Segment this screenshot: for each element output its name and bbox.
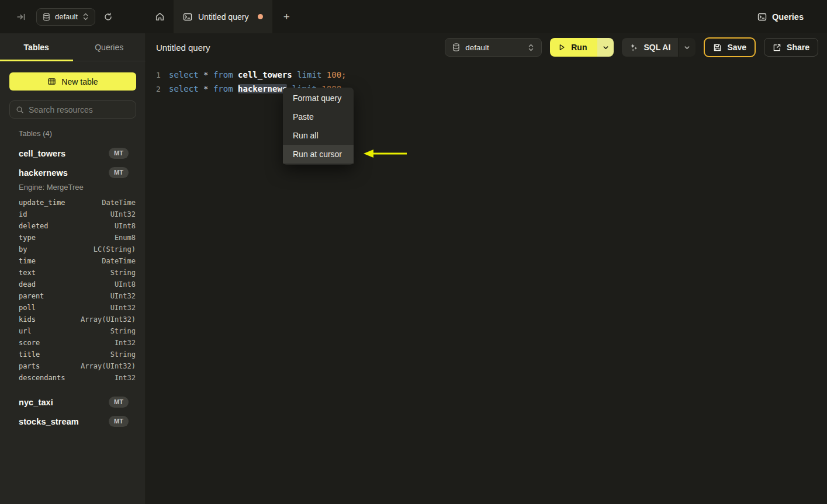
column-row: text String: [0, 267, 146, 279]
engine-badge: MT: [109, 167, 129, 178]
column-row: kids Array(UInt32): [0, 314, 146, 325]
sparkles-icon: [629, 43, 638, 52]
sidebar-tab-queries-label: Queries: [95, 43, 123, 52]
column-type: UInt32: [110, 210, 136, 218]
sidebar-collapse-button[interactable]: [14, 10, 28, 24]
toolbar-database-select[interactable]: default: [445, 38, 542, 57]
chevron-down-icon: [603, 44, 609, 51]
table-name: stocks_stream: [19, 417, 79, 426]
column-row: update_time DateTime: [0, 197, 146, 208]
query-title: Untitled query: [156, 43, 210, 53]
queries-button[interactable]: Queries: [757, 0, 804, 33]
sidebar-collapse-icon: [16, 12, 26, 22]
column-row: poll UInt32: [0, 302, 146, 314]
query-toolbar: Untitled query default Run: [146, 33, 827, 61]
column-row: id UInt32: [0, 208, 146, 220]
sql-ai-button[interactable]: SQL AI: [622, 38, 678, 57]
table-name: nyc_taxi: [19, 398, 53, 407]
code-token: 100;: [327, 70, 347, 79]
context-menu-item[interactable]: Format query: [283, 89, 354, 107]
home-icon: [155, 12, 165, 22]
table-name: hackernews: [19, 168, 68, 178]
column-row: deleted UInt8: [0, 220, 146, 232]
column-row: url String: [0, 325, 146, 337]
chevron-updown-icon: [82, 13, 89, 20]
table-row-cell-towers[interactable]: cell_towers MT: [0, 144, 146, 163]
code-token: [233, 84, 238, 93]
save-icon: [713, 43, 722, 52]
sql-ai-options-button[interactable]: [678, 38, 695, 57]
tab-label: Untitled query: [198, 12, 248, 22]
run-options-button[interactable]: [597, 38, 614, 57]
code-token: limit: [297, 70, 321, 79]
code-token: hackernews: [238, 84, 287, 93]
column-type: String: [110, 269, 136, 277]
editor-context-menu: Format query Paste Run all Run at cursor: [283, 88, 354, 165]
context-menu-item[interactable]: Run all: [283, 126, 354, 145]
code-line-1[interactable]: 1 select * from cell_towers limit 100;: [146, 68, 827, 82]
sidebar-tabs: Tables Queries: [0, 33, 146, 61]
plus-icon: +: [283, 11, 290, 23]
code-token: cell_towers: [238, 70, 292, 79]
search-icon: [16, 106, 24, 114]
run-button[interactable]: Run: [550, 38, 597, 57]
code-token: *: [199, 84, 213, 93]
column-row: parent UInt32: [0, 290, 146, 302]
column-type: LC(String): [94, 245, 136, 253]
toolbar-actions: default Run: [445, 37, 818, 57]
column-name: id: [19, 210, 27, 218]
share-button[interactable]: Share: [764, 38, 818, 57]
refresh-button[interactable]: [101, 10, 115, 24]
code-token: [321, 70, 326, 79]
tables-section-label: Tables (4): [19, 129, 146, 138]
column-name: score: [19, 339, 40, 347]
tab-untitled-query[interactable]: Untitled query: [174, 0, 272, 33]
column-row: type Enum8: [0, 232, 146, 244]
sql-ai-button-label: SQL AI: [643, 43, 670, 52]
toolbar-database-value: default: [465, 43, 489, 52]
code-text: select * from cell_towers limit 100;: [169, 70, 347, 79]
column-type: DateTime: [102, 257, 136, 265]
top-bar: default Untitled query +: [0, 0, 827, 33]
context-menu-item[interactable]: Paste: [283, 107, 354, 126]
column-type: UInt32: [110, 292, 136, 300]
sidebar-tab-queries[interactable]: Queries: [73, 33, 146, 61]
code-token: from: [213, 70, 233, 79]
line-number: 2: [156, 85, 164, 93]
sidebar-tab-tables[interactable]: Tables: [0, 33, 73, 61]
code-token: from: [213, 84, 233, 93]
table-row-stocks-stream[interactable]: stocks_stream MT: [0, 412, 146, 431]
sidebar: Tables Queries New table Tables (4) cell…: [0, 33, 146, 504]
sidebar-tab-tables-label: Tables: [24, 43, 49, 52]
topbar-database-select[interactable]: default: [36, 8, 95, 26]
column-type: UInt32: [110, 304, 136, 312]
search-input[interactable]: [29, 105, 130, 114]
code-line-2[interactable]: 2 select * from hackernews limit 1000: [146, 82, 827, 96]
home-button[interactable]: [146, 0, 174, 33]
save-button-label: Save: [727, 43, 746, 52]
column-name: type: [19, 234, 36, 242]
context-menu-item[interactable]: Run at cursor: [283, 145, 354, 164]
column-row: parts Array(UInt32): [0, 360, 146, 372]
sql-editor[interactable]: 1 select * from cell_towers limit 100; 2…: [146, 61, 827, 504]
table-row-nyc-taxi[interactable]: nyc_taxi MT: [0, 392, 146, 412]
topbar-database-value: default: [55, 12, 78, 21]
column-type: Array(UInt32): [81, 315, 136, 324]
column-name: parent: [19, 292, 44, 300]
column-type: Enum8: [115, 234, 136, 242]
new-tab-button[interactable]: +: [272, 0, 300, 33]
database-icon: [452, 43, 460, 51]
table-name: cell_towers: [19, 149, 65, 158]
column-name: update_time: [19, 199, 65, 207]
play-icon: [558, 43, 566, 51]
code-token: select: [169, 70, 199, 79]
column-type: Int32: [115, 374, 136, 382]
run-split-button: Run: [550, 38, 614, 57]
save-button[interactable]: Save: [704, 37, 756, 57]
share-icon: [773, 43, 781, 52]
code-token: select: [169, 84, 199, 93]
column-type: Array(UInt32): [81, 362, 136, 370]
table-row-hackernews[interactable]: hackernews MT: [0, 163, 146, 182]
new-table-button[interactable]: New table: [9, 72, 136, 91]
code-token: [233, 70, 238, 79]
